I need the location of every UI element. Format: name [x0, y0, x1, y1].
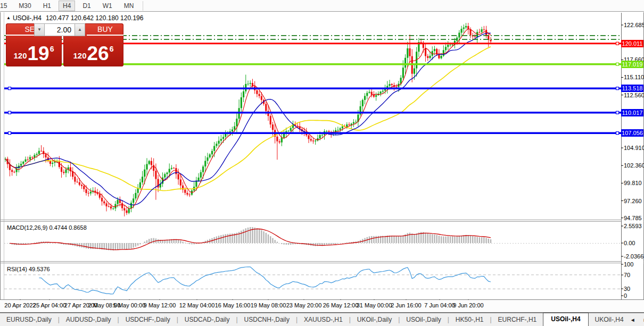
timeframe-button-w1[interactable]: W1 — [98, 1, 117, 11]
symbol-tab-usdcnhdaily[interactable]: USDCNH-,Daily — [238, 314, 296, 326]
time-axis-label: 23 May 20:00 — [286, 302, 322, 308]
buy-price-prefix: 120 — [73, 51, 87, 60]
time-axis-label: 19 May 08:00 — [251, 302, 286, 308]
buy-button[interactable]: BUY — [87, 23, 123, 36]
tab-scroll-arrows: ◄► — [630, 317, 644, 323]
time-axis-label: 5 May 00:00 — [113, 302, 146, 308]
price-axis-label: 94.785 — [624, 215, 642, 221]
current-price-badge: 120.011 — [621, 40, 643, 47]
trading-terminal-window: 15M30H1H4D1W1MN ▲USOil-,H4120.477 120.64… — [0, 0, 644, 326]
time-axis-label: 9 Jun 20:00 — [453, 302, 484, 308]
buy-price-sup: 6 — [110, 45, 114, 53]
volume-increase-button[interactable]: ▲ — [75, 23, 85, 36]
symbol-tab-eurchfh1[interactable]: EURCHF-,H1 — [492, 314, 543, 326]
collapse-arrow-icon[interactable]: ▲ — [6, 15, 11, 20]
ohlc-values: 120.477 120.642 120.180 120.196 — [46, 14, 144, 22]
level-price-badge: 110.017 — [621, 109, 643, 116]
buy-price-big: 26 — [87, 45, 109, 62]
timeframe-button-mn[interactable]: MN — [120, 1, 138, 11]
timeframe-button-h1[interactable]: H1 — [39, 1, 55, 11]
symbol-tabbar: EURUSD-,Daily|AUDUSD-,Daily|USDCHF-,Dail… — [0, 313, 644, 326]
rsi-axis-label: 100 — [624, 261, 633, 268]
timeframe-toolbar: 15M30H1H4D1W1MN — [0, 0, 644, 12]
volume-decrease-button[interactable]: ▼ — [34, 23, 45, 36]
chart-window: ▲USOil-,H4120.477 120.642 120.180 120.19… — [0, 12, 644, 326]
price-axis-label: 115.110 — [624, 74, 644, 80]
toolbar-separator — [143, 1, 143, 11]
symbol-tab-usoildaily[interactable]: USOil-,Daily — [400, 314, 447, 326]
price-axis-label: 104.910 — [624, 145, 644, 151]
level-price-badge: 107.056 — [621, 129, 643, 137]
time-axis-label: 16 May 16:00 — [215, 302, 251, 308]
tab-scroll-left-icon[interactable]: ◄ — [630, 317, 635, 323]
timeframe-button-d1[interactable]: D1 — [78, 1, 95, 11]
time-axis-label: 25 Apr 04:00 — [33, 302, 66, 308]
price-axis-label: 112.560 — [624, 92, 644, 98]
symbol-tab-eurusddaily[interactable]: EURUSD-,Daily — [0, 314, 58, 326]
one-click-trading-widget: SELL 120 19 6 BUY 120 26 6 ▼ ▲ — [6, 23, 123, 66]
level-price-badge: 117.019 — [621, 61, 643, 68]
price-axis-label: 97.260 — [624, 198, 642, 204]
symbol-tab-ukoildaily[interactable]: UKOil-,Daily — [351, 314, 398, 326]
volume-input[interactable] — [45, 24, 75, 36]
time-axis-label: 26 May 12:00 — [323, 302, 359, 308]
time-axis-label: 12 May 04:00 — [179, 302, 215, 308]
symbol-tab-ukoilh4[interactable]: UKOil-,H4 — [589, 314, 630, 326]
symbol-tab-xauusdh1[interactable]: XAUUSD-,H1 — [298, 314, 349, 326]
time-axis: 20 Apr 202225 Apr 04:0027 Apr 20:002 May… — [0, 300, 644, 312]
macd-axis-label: 0.00 — [624, 240, 635, 246]
macd-axis-label: -2.0366 — [624, 253, 643, 260]
chart-title: ▲USOil-,H4120.477 120.642 120.180 120.19… — [6, 14, 143, 22]
time-axis-label: 20 Apr 2022 — [4, 302, 36, 308]
price-axis-label: 99.810 — [624, 180, 642, 186]
time-axis-label: 2 Jun 16:00 — [391, 302, 422, 308]
timeframe-button-h4[interactable]: H4 — [59, 1, 75, 11]
symbol-tab-audusddaily[interactable]: AUDUSD-,Daily — [60, 314, 118, 326]
time-axis-label: 9 May 12:00 — [144, 302, 176, 308]
rsi-axis-label: 0 — [624, 292, 627, 299]
macd-label: MACD(12,26,9) 0.4744 0.8658 — [7, 224, 87, 231]
buy-price[interactable]: 120 26 6 — [63, 36, 123, 64]
rsi-axis-label: 70 — [624, 272, 630, 278]
symbol-tab-usdcaddaily[interactable]: USDCAD-,Daily — [178, 314, 236, 326]
level-price-badge: 113.518 — [621, 85, 643, 92]
sell-price[interactable]: 120 19 6 — [6, 36, 62, 64]
timeframe-button-m30[interactable]: M30 — [14, 1, 35, 11]
symbol-tab-usdchfdaily[interactable]: USDCHF-,Daily — [119, 314, 177, 326]
symbol-name: USOil-,H4 — [13, 14, 42, 22]
sell-price-prefix: 120 — [14, 51, 27, 60]
price-axis-label: 122.685 — [624, 22, 644, 28]
time-axis-label: 31 May 00:00 — [357, 302, 392, 308]
rsi-axis-label: 30 — [624, 286, 630, 292]
macd-axis-label: 2.5593 — [624, 223, 642, 229]
sell-price-sup: 6 — [50, 45, 54, 53]
volume-spinner: ▼ ▲ — [34, 23, 85, 36]
time-axis-label: 7 Jun 04:00 — [424, 302, 455, 308]
sell-price-big: 19 — [28, 45, 49, 62]
timeframe-button-15[interactable]: 15 — [0, 1, 11, 11]
symbol-tab-hk50h1[interactable]: HK50-,H1 — [449, 314, 490, 326]
rsi-label: RSI(14) 49.5376 — [7, 266, 50, 272]
price-axis-label: 102.360 — [624, 162, 644, 169]
symbol-tab-usoilh4[interactable]: USOil-,H4 — [543, 313, 588, 326]
